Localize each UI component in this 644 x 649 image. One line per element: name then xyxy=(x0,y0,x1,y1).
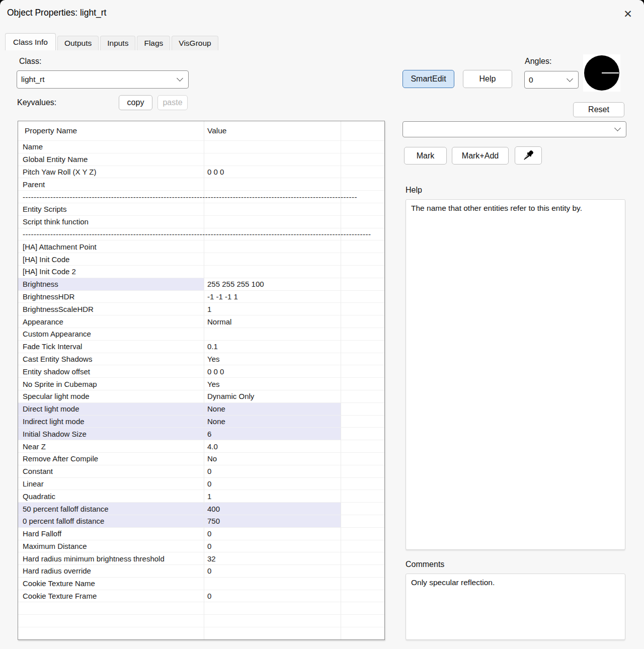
table-row[interactable]: Entity Scripts xyxy=(18,203,384,215)
table-row[interactable]: Entity shadow offset0 0 0 xyxy=(18,365,384,377)
table-row[interactable]: Cast Entity ShadowsYes xyxy=(18,353,384,365)
property-table-header: Property Name Value xyxy=(18,121,384,140)
table-row[interactable]: Custom Appearance xyxy=(18,328,384,340)
tab-outputs[interactable]: Outputs xyxy=(57,36,99,50)
angle-dial[interactable] xyxy=(583,54,620,92)
property-name-cell: Quadratic xyxy=(18,490,204,502)
table-row[interactable]: [HA] Init Code xyxy=(18,253,384,265)
row-extra-cell xyxy=(341,540,384,552)
table-row[interactable]: AppearanceNormal xyxy=(18,315,384,328)
table-row[interactable]: Cookie Texture Frame0 xyxy=(18,590,384,602)
property-value-cell: 0 xyxy=(204,590,341,602)
row-extra-cell xyxy=(341,552,384,564)
table-row[interactable]: Quadratic1 xyxy=(18,490,384,502)
copy-button[interactable]: copy xyxy=(119,95,152,110)
tab-label: Outputs xyxy=(64,39,92,48)
property-value-cell: 4.0 xyxy=(204,440,341,452)
table-row[interactable]: [HA] Attachment Point xyxy=(18,240,384,253)
table-row[interactable]: Pitch Yaw Roll (X Y Z)0 0 0 xyxy=(18,166,384,178)
table-row[interactable]: ----------------------------------------… xyxy=(18,228,384,240)
table-row[interactable]: Hard radius override0 xyxy=(18,564,384,577)
angles-dropdown[interactable]: 0 xyxy=(524,71,579,89)
reset-button[interactable]: Reset xyxy=(573,102,624,117)
table-row[interactable]: 0 percent falloff distance750 xyxy=(18,515,384,527)
mark-add-button[interactable]: Mark+Add xyxy=(452,147,509,165)
column-header-value: Value xyxy=(204,121,341,140)
row-extra-cell xyxy=(341,590,384,602)
property-value-cell: None xyxy=(204,415,341,428)
tab-flags[interactable]: Flags xyxy=(137,36,170,50)
table-row[interactable]: Brightness255 255 255 100 xyxy=(18,278,384,290)
property-name-cell: Hard radius override xyxy=(18,564,204,577)
table-row[interactable]: Script think function xyxy=(18,215,384,228)
row-extra-cell xyxy=(341,240,384,253)
row-extra-cell xyxy=(341,365,384,377)
property-value-cell xyxy=(204,577,341,590)
table-row[interactable]: [HA] Init Code 2 xyxy=(18,265,384,278)
table-row[interactable]: Remove After CompileNo xyxy=(18,452,384,465)
table-row[interactable]: Fade Tick Interval0.1 xyxy=(18,340,384,353)
property-value-cell: 0.1 xyxy=(204,340,341,353)
eyedropper-button[interactable] xyxy=(515,146,542,165)
property-name-cell: ----------------------------------------… xyxy=(18,190,204,203)
help-button[interactable]: Help xyxy=(463,70,512,88)
row-extra-cell xyxy=(341,465,384,477)
row-extra-cell xyxy=(341,278,384,290)
tab-inputs[interactable]: Inputs xyxy=(100,36,135,50)
smartedit-button[interactable]: SmartEdit xyxy=(403,70,454,88)
row-extra-cell xyxy=(341,377,384,390)
table-row[interactable]: Indirect light modeNone xyxy=(18,415,384,428)
row-extra-cell xyxy=(341,440,384,452)
table-row[interactable]: Maximum Distance0 xyxy=(18,540,384,552)
property-value-cell xyxy=(204,614,341,627)
table-row[interactable]: Specular light modeDynamic Only xyxy=(18,390,384,402)
property-name-cell: Initial Shadow Size xyxy=(18,427,204,440)
table-row[interactable]: Linear0 xyxy=(18,477,384,490)
keyvalue-dropdown[interactable] xyxy=(403,121,626,137)
tab-visgroup[interactable]: VisGroup xyxy=(172,36,218,50)
table-row[interactable]: Direct light modeNone xyxy=(18,402,384,415)
property-name-cell: Custom Appearance xyxy=(18,328,204,340)
property-name-cell: Global Entity Name xyxy=(18,153,204,166)
table-row[interactable]: BrightnessHDR-1 -1 -1 1 xyxy=(18,290,384,303)
table-row[interactable] xyxy=(18,614,384,627)
help-text-box: The name that other entities refer to th… xyxy=(406,199,625,550)
property-name-cell: Specular light mode xyxy=(18,390,204,402)
table-row[interactable]: No Sprite in CubemapYes xyxy=(18,377,384,390)
table-row[interactable]: BrightnessScaleHDR1 xyxy=(18,302,384,315)
property-value-cell: 1 xyxy=(204,490,341,502)
property-value-cell: Yes xyxy=(204,353,341,365)
table-row[interactable]: Cookie Texture Name xyxy=(18,577,384,590)
table-row[interactable]: Near Z4.0 xyxy=(18,440,384,452)
close-button[interactable]: ✕ xyxy=(620,6,636,22)
table-row[interactable]: Initial Shadow Size6 xyxy=(18,427,384,440)
property-name-cell: [HA] Init Code xyxy=(18,253,204,265)
property-name-cell: Script think function xyxy=(18,215,204,228)
angle-dial-pointer xyxy=(602,72,619,73)
table-row[interactable]: Constant0 xyxy=(18,465,384,477)
comments-text-box[interactable]: Only specular reflection. xyxy=(406,574,625,640)
table-row[interactable] xyxy=(18,602,384,614)
row-extra-cell xyxy=(341,564,384,577)
table-row[interactable] xyxy=(18,627,384,639)
property-value-cell: No xyxy=(204,452,341,465)
table-row[interactable]: Parent xyxy=(18,178,384,190)
property-value-cell: Dynamic Only xyxy=(204,390,341,402)
row-extra-cell xyxy=(341,265,384,278)
table-row[interactable]: ----------------------------------------… xyxy=(18,190,384,203)
tab-class-info[interactable]: Class Info xyxy=(5,33,56,50)
property-name-cell: Hard radius minimum brightness threshold xyxy=(18,552,204,564)
table-row[interactable]: Hard radius minimum brightness threshold… xyxy=(18,552,384,564)
paste-button[interactable]: paste xyxy=(157,95,188,110)
table-row[interactable]: Global Entity Name xyxy=(18,153,384,166)
table-row[interactable]: Hard Falloff0 xyxy=(18,527,384,540)
class-dropdown[interactable]: light_rt xyxy=(17,70,189,89)
mark-button[interactable]: Mark xyxy=(404,147,447,165)
property-value-cell: 0 xyxy=(204,564,341,577)
table-row[interactable]: Name xyxy=(18,140,384,153)
eyedropper-icon xyxy=(521,148,535,163)
table-row[interactable]: 50 percent falloff distance400 xyxy=(18,502,384,515)
property-name-cell: No Sprite in Cubemap xyxy=(18,377,204,390)
tab-label: Class Info xyxy=(13,38,48,47)
angles-value: 0 xyxy=(529,75,533,85)
